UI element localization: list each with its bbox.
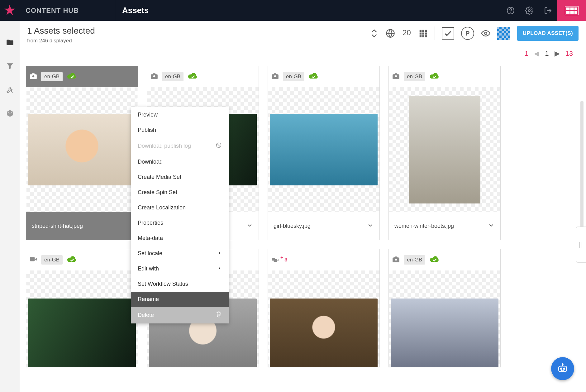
menu-item-meta-data[interactable]: Meta-data [131,231,229,246]
menu-label: Download publish log [138,143,191,149]
pagination-prev[interactable]: ◀ [534,50,539,58]
asset-menu-caret[interactable] [488,222,495,230]
menu-item-rename[interactable]: Rename [131,292,229,307]
publish-status-button[interactable]: P [461,27,474,40]
menu-item-edit-with[interactable]: Edit with [131,261,229,276]
menu-label: Create Spin Set [138,189,177,196]
menu-item-create-spin-set[interactable]: Create Spin Set [131,185,229,200]
visibility-icon[interactable] [481,29,490,38]
svg-point-34 [564,368,565,369]
asset-card[interactable]: en-GB [388,249,501,367]
menu-item-publish[interactable]: Publish [131,122,229,138]
video-icon [29,255,37,265]
pagination-current: 1 [545,50,549,58]
svg-rect-28 [274,259,277,262]
brand-logo[interactable] [3,4,16,17]
svg-point-22 [32,75,35,78]
chevron-right-icon [217,265,222,272]
media-set-count: 3 [284,257,287,263]
svg-rect-20 [425,35,427,37]
menu-item-properties[interactable]: Properties [131,215,229,231]
side-panel-handle[interactable]: || [576,227,586,263]
filter-icon[interactable] [6,62,14,70]
help-icon[interactable] [501,0,520,21]
upload-assets-button[interactable]: UPLOAD ASSET(S) [517,26,579,41]
menu-item-delete[interactable]: Delete [131,307,229,323]
asset-thumbnail-wrap [268,270,379,367]
menu-item-set-locale[interactable]: Set locale [131,246,229,261]
chat-bot-button[interactable] [551,357,574,380]
asset-card-foot: striped-shirt-hat.jpeg [26,212,138,240]
menu-label: Download [138,159,163,165]
asset-thumbnail [409,96,480,203]
globe-icon[interactable] [386,29,395,38]
asset-card-head: en-GB [389,249,500,270]
menu-item-preview[interactable]: Preview [131,107,229,122]
asset-thumbnail-wrap [268,87,379,212]
svg-rect-7 [574,7,577,10]
menu-item-create-localization[interactable]: Create Localization [131,200,229,215]
asset-card[interactable]: en-GB girl-bluesky.jpg [268,66,380,240]
asset-thumbnail [28,299,136,367]
svg-point-24 [274,75,276,78]
publish-status-label: P [465,30,469,37]
cloud-published-icon [187,72,198,82]
page-size-selector[interactable]: 20 [402,28,412,38]
asset-thumbnail-wrap [389,270,500,367]
asset-menu-caret[interactable] [367,222,374,230]
svg-rect-17 [425,33,427,35]
menu-label: Preview [138,112,158,118]
camera-icon [150,72,158,81]
app-switcher-button[interactable] [557,0,586,21]
asset-card[interactable]: en-GB women-winter-boots.jpg [388,66,501,240]
asset-card-head: en-GB [26,249,138,270]
select-mode-button[interactable] [442,27,454,40]
tools-icon[interactable] [6,85,14,94]
svg-rect-16 [422,33,424,35]
locale-badge: en-GB [404,72,425,81]
asset-card[interactable]: en-GB striped-shirt-hat.jpeg [26,66,138,240]
menu-item-create-media-set[interactable]: Create Media Set [131,170,229,185]
gear-icon[interactable] [520,0,539,21]
selection-subtitle: from 246 displayed [27,38,95,44]
svg-rect-19 [422,35,424,37]
svg-rect-18 [420,35,422,37]
menu-label: Delete [138,312,154,318]
cloud-published-icon [308,72,319,82]
asset-card-head: en-GB [26,66,138,87]
asset-thumbnail [270,114,378,185]
asset-thumbnail-wrap [26,87,138,212]
logout-icon[interactable] [539,0,557,21]
cloud-published-icon [66,255,78,265]
svg-rect-6 [570,7,574,10]
asset-card[interactable]: en-GB [26,249,138,367]
grid-view-icon[interactable] [418,29,428,38]
menu-item-set-workflow-status[interactable]: Set Workflow Status [131,276,229,292]
svg-rect-4 [565,6,579,15]
svg-point-21 [484,32,487,35]
package-icon[interactable] [6,109,14,118]
pagination-next[interactable]: ▶ [555,50,560,58]
asset-thumbnail [391,299,498,367]
asset-card-head: en-GB [389,66,500,87]
svg-point-2 [510,12,511,13]
toolbar-divider [435,26,435,40]
asset-menu-caret[interactable] [246,222,253,230]
cloud-published-icon [429,72,440,82]
pagination-total[interactable]: 13 [565,50,573,58]
menu-item-download[interactable]: Download [131,154,229,170]
menu-label: Edit with [138,265,159,272]
forbidden-icon [216,142,222,150]
transparency-toggle[interactable] [497,27,510,40]
menu-label: Set locale [138,250,162,257]
asset-card-foot: girl-bluesky.jpg [268,212,379,240]
svg-rect-5 [566,7,569,10]
sort-stepper[interactable] [369,29,379,38]
locale-badge: en-GB [404,255,425,265]
svg-rect-14 [425,30,427,32]
asset-card[interactable]: +3 [268,249,380,367]
side-panel-handle-grip: || [579,241,583,248]
cloud-published-icon [66,72,78,82]
folder-icon[interactable] [6,38,14,47]
page-title: Assets [122,6,149,15]
